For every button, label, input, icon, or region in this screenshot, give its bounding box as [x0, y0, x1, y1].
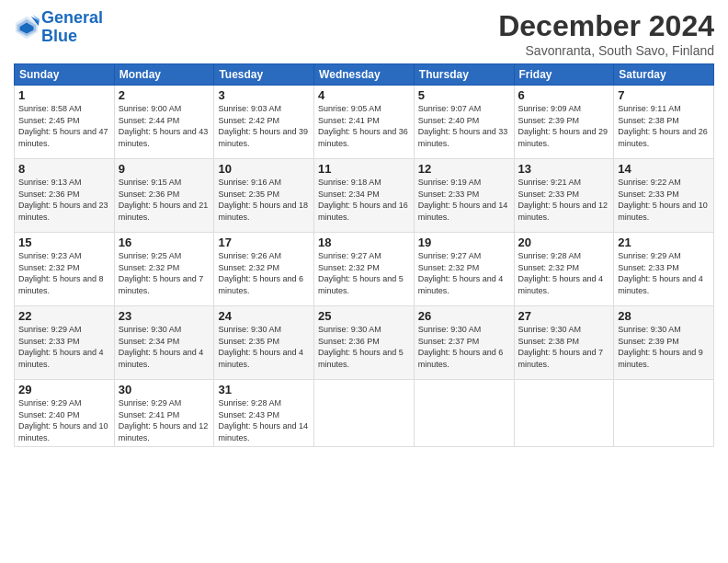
table-row: 10 Sunrise: 9:16 AM Sunset: 2:35 PM Dayl… [214, 159, 314, 233]
day-info: Sunrise: 9:11 AM Sunset: 2:38 PM Dayligh… [618, 103, 710, 149]
day-info: Sunrise: 9:29 AM Sunset: 2:33 PM Dayligh… [18, 324, 110, 370]
col-thursday: Thursday [414, 64, 514, 86]
day-number: 17 [218, 236, 310, 249]
day-number: 16 [119, 236, 210, 249]
day-info: Sunrise: 9:25 AM Sunset: 2:32 PM Dayligh… [119, 250, 210, 296]
day-number: 7 [618, 88, 710, 102]
logo: General Blue [14, 9, 103, 46]
table-row: 15 Sunrise: 9:23 AM Sunset: 2:32 PM Dayl… [15, 233, 115, 306]
table-row: 1 Sunrise: 8:58 AM Sunset: 2:45 PM Dayli… [15, 86, 115, 159]
day-info: Sunrise: 9:30 AM Sunset: 2:34 PM Dayligh… [119, 324, 210, 370]
day-info: Sunrise: 9:19 AM Sunset: 2:33 PM Dayligh… [418, 177, 510, 223]
day-info: Sunrise: 9:26 AM Sunset: 2:32 PM Dayligh… [218, 250, 310, 296]
day-number: 10 [218, 162, 310, 176]
table-row [314, 380, 415, 447]
table-row: 11 Sunrise: 9:18 AM Sunset: 2:34 PM Dayl… [314, 159, 415, 233]
table-row: 29 Sunrise: 9:29 AM Sunset: 2:40 PM Dayl… [15, 380, 115, 447]
day-info: Sunrise: 9:28 AM Sunset: 2:32 PM Dayligh… [518, 250, 610, 296]
table-row: 27 Sunrise: 9:30 AM Sunset: 2:38 PM Dayl… [514, 306, 614, 380]
day-info: Sunrise: 9:30 AM Sunset: 2:37 PM Dayligh… [418, 324, 510, 370]
col-tuesday: Tuesday [214, 64, 314, 86]
day-number: 9 [119, 162, 210, 176]
day-info: Sunrise: 9:30 AM Sunset: 2:36 PM Dayligh… [318, 324, 410, 370]
month-title: December 2024 [498, 9, 714, 43]
logo-general: General [41, 8, 103, 27]
day-number: 15 [18, 236, 110, 249]
day-number: 3 [218, 88, 310, 102]
day-info: Sunrise: 9:30 AM Sunset: 2:38 PM Dayligh… [518, 324, 610, 370]
calendar-header-row: Sunday Monday Tuesday Wednesday Thursday… [15, 64, 714, 86]
day-number: 18 [318, 236, 410, 249]
day-info: Sunrise: 9:07 AM Sunset: 2:40 PM Dayligh… [418, 103, 510, 149]
table-row: 22 Sunrise: 9:29 AM Sunset: 2:33 PM Dayl… [15, 306, 115, 380]
logo-blue: Blue [41, 28, 103, 46]
day-info: Sunrise: 9:21 AM Sunset: 2:33 PM Dayligh… [518, 177, 610, 223]
table-row: 5 Sunrise: 9:07 AM Sunset: 2:40 PM Dayli… [414, 86, 514, 159]
day-info: Sunrise: 9:29 AM Sunset: 2:33 PM Dayligh… [618, 250, 710, 296]
table-row: 14 Sunrise: 9:22 AM Sunset: 2:33 PM Dayl… [614, 159, 714, 233]
day-info: Sunrise: 9:28 AM Sunset: 2:43 PM Dayligh… [218, 397, 310, 443]
day-number: 1 [18, 88, 110, 102]
day-number: 22 [18, 309, 110, 323]
table-row: 17 Sunrise: 9:26 AM Sunset: 2:32 PM Dayl… [214, 233, 314, 306]
page-container: General Blue December 2024 Savonranta, S… [0, 0, 728, 563]
day-number: 8 [18, 162, 110, 176]
day-info: Sunrise: 9:15 AM Sunset: 2:36 PM Dayligh… [119, 177, 210, 223]
logo-icon [14, 15, 40, 40]
day-info: Sunrise: 9:23 AM Sunset: 2:32 PM Dayligh… [18, 250, 110, 296]
header: General Blue December 2024 Savonranta, S… [14, 9, 714, 58]
table-row: 8 Sunrise: 9:13 AM Sunset: 2:36 PM Dayli… [15, 159, 115, 233]
day-info: Sunrise: 9:30 AM Sunset: 2:35 PM Dayligh… [218, 324, 310, 370]
table-row [614, 380, 714, 447]
col-friday: Friday [514, 64, 614, 86]
day-info: Sunrise: 8:58 AM Sunset: 2:45 PM Dayligh… [18, 103, 110, 149]
day-number: 20 [518, 236, 610, 249]
table-row: 31 Sunrise: 9:28 AM Sunset: 2:43 PM Dayl… [214, 380, 314, 447]
table-row: 9 Sunrise: 9:15 AM Sunset: 2:36 PM Dayli… [114, 159, 214, 233]
calendar-table: Sunday Monday Tuesday Wednesday Thursday… [14, 63, 714, 447]
day-number: 27 [518, 309, 610, 323]
day-number: 23 [119, 309, 210, 323]
day-number: 13 [518, 162, 610, 176]
table-row: 13 Sunrise: 9:21 AM Sunset: 2:33 PM Dayl… [514, 159, 614, 233]
table-row: 25 Sunrise: 9:30 AM Sunset: 2:36 PM Dayl… [314, 306, 415, 380]
day-number: 29 [18, 383, 110, 396]
day-info: Sunrise: 9:05 AM Sunset: 2:41 PM Dayligh… [318, 103, 410, 149]
day-number: 28 [618, 309, 710, 323]
day-info: Sunrise: 9:30 AM Sunset: 2:39 PM Dayligh… [618, 324, 710, 370]
table-row: 24 Sunrise: 9:30 AM Sunset: 2:35 PM Dayl… [214, 306, 314, 380]
table-row: 26 Sunrise: 9:30 AM Sunset: 2:37 PM Dayl… [414, 306, 514, 380]
day-info: Sunrise: 9:00 AM Sunset: 2:44 PM Dayligh… [119, 103, 210, 149]
day-number: 31 [218, 383, 310, 396]
day-info: Sunrise: 9:27 AM Sunset: 2:32 PM Dayligh… [318, 250, 410, 296]
table-row: 3 Sunrise: 9:03 AM Sunset: 2:42 PM Dayli… [214, 86, 314, 159]
table-row: 20 Sunrise: 9:28 AM Sunset: 2:32 PM Dayl… [514, 233, 614, 306]
day-number: 24 [218, 309, 310, 323]
day-info: Sunrise: 9:03 AM Sunset: 2:42 PM Dayligh… [218, 103, 310, 149]
table-row: 23 Sunrise: 9:30 AM Sunset: 2:34 PM Dayl… [114, 306, 214, 380]
day-info: Sunrise: 9:27 AM Sunset: 2:32 PM Dayligh… [418, 250, 510, 296]
col-saturday: Saturday [614, 64, 714, 86]
table-row: 4 Sunrise: 9:05 AM Sunset: 2:41 PM Dayli… [314, 86, 415, 159]
table-row: 12 Sunrise: 9:19 AM Sunset: 2:33 PM Dayl… [414, 159, 514, 233]
table-row: 28 Sunrise: 9:30 AM Sunset: 2:39 PM Dayl… [614, 306, 714, 380]
day-number: 19 [418, 236, 510, 249]
day-info: Sunrise: 9:18 AM Sunset: 2:34 PM Dayligh… [318, 177, 410, 223]
day-number: 30 [119, 383, 210, 396]
day-number: 4 [318, 88, 410, 102]
logo-text: General Blue [41, 9, 103, 46]
day-info: Sunrise: 9:29 AM Sunset: 2:41 PM Dayligh… [119, 397, 210, 443]
table-row: 7 Sunrise: 9:11 AM Sunset: 2:38 PM Dayli… [614, 86, 714, 159]
day-number: 14 [618, 162, 710, 176]
day-info: Sunrise: 9:29 AM Sunset: 2:40 PM Dayligh… [18, 397, 110, 443]
day-number: 21 [618, 236, 710, 249]
day-number: 11 [318, 162, 410, 176]
table-row: 2 Sunrise: 9:00 AM Sunset: 2:44 PM Dayli… [114, 86, 214, 159]
day-info: Sunrise: 9:09 AM Sunset: 2:39 PM Dayligh… [518, 103, 610, 149]
location-subtitle: Savonranta, South Savo, Finland [498, 43, 714, 58]
day-info: Sunrise: 9:16 AM Sunset: 2:35 PM Dayligh… [218, 177, 310, 223]
table-row: 30 Sunrise: 9:29 AM Sunset: 2:41 PM Dayl… [114, 380, 214, 447]
table-row: 21 Sunrise: 9:29 AM Sunset: 2:33 PM Dayl… [614, 233, 714, 306]
table-row [414, 380, 514, 447]
day-info: Sunrise: 9:13 AM Sunset: 2:36 PM Dayligh… [18, 177, 110, 223]
